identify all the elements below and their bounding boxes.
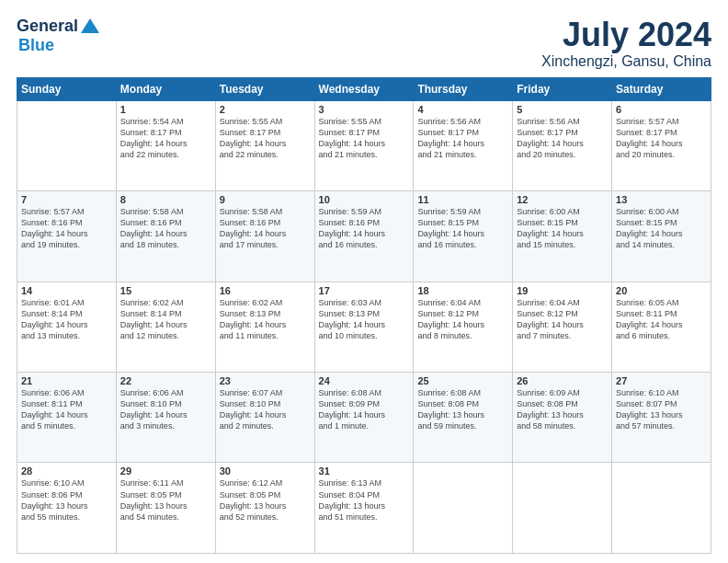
day-info: Sunrise: 6:03 AM Sunset: 8:13 PM Dayligh… (319, 297, 410, 342)
day-number: 17 (319, 285, 410, 296)
table-row (17, 100, 117, 190)
day-number: 1 (120, 104, 211, 115)
title-block: July 2024 Xinchengzi, Gansu, China (541, 17, 711, 70)
table-row: 4Sunrise: 5:56 AM Sunset: 8:17 PM Daylig… (414, 100, 513, 190)
table-row: 7Sunrise: 5:57 AM Sunset: 8:16 PM Daylig… (17, 191, 117, 282)
col-monday: Monday (116, 77, 215, 100)
table-row: 5Sunrise: 5:56 AM Sunset: 8:17 PM Daylig… (513, 100, 612, 190)
day-info: Sunrise: 6:00 AM Sunset: 8:15 PM Dayligh… (616, 206, 707, 251)
table-row: 16Sunrise: 6:02 AM Sunset: 8:13 PM Dayli… (215, 282, 314, 372)
table-row: 28Sunrise: 6:10 AM Sunset: 8:06 PM Dayli… (17, 463, 117, 554)
day-info: Sunrise: 6:01 AM Sunset: 8:14 PM Dayligh… (21, 297, 112, 342)
table-row: 1Sunrise: 5:54 AM Sunset: 8:17 PM Daylig… (116, 100, 215, 190)
table-row: 11Sunrise: 5:59 AM Sunset: 8:15 PM Dayli… (414, 191, 513, 282)
table-row: 12Sunrise: 6:00 AM Sunset: 8:15 PM Dayli… (513, 191, 612, 282)
day-number: 5 (517, 104, 608, 115)
col-thursday: Thursday (414, 77, 513, 100)
table-row: 13Sunrise: 6:00 AM Sunset: 8:15 PM Dayli… (612, 191, 711, 282)
day-info: Sunrise: 5:57 AM Sunset: 8:16 PM Dayligh… (21, 206, 112, 251)
calendar-table: Sunday Monday Tuesday Wednesday Thursday… (17, 77, 711, 554)
day-number: 23 (220, 375, 311, 386)
day-info: Sunrise: 6:05 AM Sunset: 8:11 PM Dayligh… (616, 297, 707, 342)
table-row: 29Sunrise: 6:11 AM Sunset: 8:05 PM Dayli… (116, 463, 215, 554)
day-number: 2 (220, 104, 311, 115)
table-row: 18Sunrise: 6:04 AM Sunset: 8:12 PM Dayli… (414, 282, 513, 372)
page: General Blue July 2024 Xinchengzi, Gansu… (0, 0, 728, 563)
day-number: 12 (517, 194, 608, 205)
table-row: 6Sunrise: 5:57 AM Sunset: 8:17 PM Daylig… (612, 100, 711, 190)
day-number: 8 (120, 194, 211, 205)
title-month: July 2024 (541, 17, 711, 53)
day-number: 3 (319, 104, 410, 115)
logo-blue: Blue (18, 36, 54, 54)
day-info: Sunrise: 6:08 AM Sunset: 8:08 PM Dayligh… (417, 387, 508, 432)
table-row: 31Sunrise: 6:13 AM Sunset: 8:04 PM Dayli… (314, 463, 414, 554)
table-row: 24Sunrise: 6:08 AM Sunset: 8:09 PM Dayli… (314, 373, 414, 463)
day-number: 22 (120, 375, 211, 386)
table-row: 21Sunrise: 6:06 AM Sunset: 8:11 PM Dayli… (17, 373, 117, 463)
day-number: 21 (21, 375, 112, 386)
calendar-week-row: 14Sunrise: 6:01 AM Sunset: 8:14 PM Dayli… (17, 282, 711, 372)
col-wednesday: Wednesday (314, 77, 414, 100)
day-number: 13 (616, 194, 707, 205)
day-info: Sunrise: 6:04 AM Sunset: 8:12 PM Dayligh… (417, 297, 508, 342)
day-number: 24 (319, 375, 410, 386)
day-info: Sunrise: 6:13 AM Sunset: 8:04 PM Dayligh… (319, 477, 410, 523)
table-row (612, 463, 711, 554)
day-number: 29 (120, 465, 211, 477)
title-location: Xinchengzi, Gansu, China (541, 53, 711, 70)
day-info: Sunrise: 5:59 AM Sunset: 8:15 PM Dayligh… (417, 206, 508, 251)
calendar-header-row: Sunday Monday Tuesday Wednesday Thursday… (17, 77, 711, 100)
table-row: 14Sunrise: 6:01 AM Sunset: 8:14 PM Dayli… (17, 282, 117, 372)
table-row: 22Sunrise: 6:06 AM Sunset: 8:10 PM Dayli… (116, 373, 215, 463)
col-saturday: Saturday (612, 77, 711, 100)
logo-general: General (17, 17, 78, 36)
calendar-week-row: 7Sunrise: 5:57 AM Sunset: 8:16 PM Daylig… (17, 191, 711, 282)
table-row: 9Sunrise: 5:58 AM Sunset: 8:16 PM Daylig… (215, 191, 314, 282)
day-info: Sunrise: 6:10 AM Sunset: 8:06 PM Dayligh… (21, 477, 112, 523)
day-info: Sunrise: 6:06 AM Sunset: 8:11 PM Dayligh… (21, 387, 112, 432)
table-row (414, 463, 513, 554)
day-info: Sunrise: 5:56 AM Sunset: 8:17 PM Dayligh… (517, 116, 608, 161)
day-info: Sunrise: 6:11 AM Sunset: 8:05 PM Dayligh… (120, 477, 211, 523)
day-info: Sunrise: 6:12 AM Sunset: 8:05 PM Dayligh… (220, 477, 311, 523)
day-number: 15 (120, 285, 211, 296)
col-tuesday: Tuesday (215, 77, 314, 100)
day-number: 16 (220, 285, 311, 296)
table-row: 2Sunrise: 5:55 AM Sunset: 8:17 PM Daylig… (215, 100, 314, 190)
day-number: 31 (319, 465, 410, 477)
day-info: Sunrise: 6:09 AM Sunset: 8:08 PM Dayligh… (517, 387, 608, 432)
col-sunday: Sunday (17, 77, 117, 100)
day-info: Sunrise: 5:59 AM Sunset: 8:16 PM Dayligh… (319, 206, 410, 251)
svg-marker-0 (81, 18, 99, 33)
day-info: Sunrise: 6:10 AM Sunset: 8:07 PM Dayligh… (616, 387, 707, 432)
table-row: 30Sunrise: 6:12 AM Sunset: 8:05 PM Dayli… (215, 463, 314, 554)
day-info: Sunrise: 6:02 AM Sunset: 8:13 PM Dayligh… (220, 297, 311, 342)
day-number: 10 (319, 194, 410, 205)
calendar-week-row: 1Sunrise: 5:54 AM Sunset: 8:17 PM Daylig… (17, 100, 711, 190)
day-number: 27 (616, 375, 707, 386)
day-number: 18 (417, 285, 508, 296)
logo-icon (80, 17, 100, 34)
table-row: 23Sunrise: 6:07 AM Sunset: 8:10 PM Dayli… (215, 373, 314, 463)
day-info: Sunrise: 5:55 AM Sunset: 8:17 PM Dayligh… (220, 116, 311, 161)
header: General Blue July 2024 Xinchengzi, Gansu… (17, 17, 711, 70)
table-row: 20Sunrise: 6:05 AM Sunset: 8:11 PM Dayli… (612, 282, 711, 372)
day-number: 26 (517, 375, 608, 386)
day-info: Sunrise: 6:06 AM Sunset: 8:10 PM Dayligh… (120, 387, 211, 432)
table-row: 10Sunrise: 5:59 AM Sunset: 8:16 PM Dayli… (314, 191, 414, 282)
day-number: 30 (220, 465, 311, 477)
col-friday: Friday (513, 77, 612, 100)
table-row: 26Sunrise: 6:09 AM Sunset: 8:08 PM Dayli… (513, 373, 612, 463)
day-number: 4 (417, 104, 508, 115)
calendar-week-row: 28Sunrise: 6:10 AM Sunset: 8:06 PM Dayli… (17, 463, 711, 554)
day-number: 25 (417, 375, 508, 386)
day-info: Sunrise: 5:54 AM Sunset: 8:17 PM Dayligh… (120, 116, 211, 161)
day-number: 11 (417, 194, 508, 205)
table-row (513, 463, 612, 554)
table-row: 8Sunrise: 5:58 AM Sunset: 8:16 PM Daylig… (116, 191, 215, 282)
day-info: Sunrise: 6:08 AM Sunset: 8:09 PM Dayligh… (319, 387, 410, 432)
day-info: Sunrise: 5:57 AM Sunset: 8:17 PM Dayligh… (616, 116, 707, 161)
day-info: Sunrise: 5:58 AM Sunset: 8:16 PM Dayligh… (220, 206, 311, 251)
day-number: 28 (21, 465, 112, 477)
